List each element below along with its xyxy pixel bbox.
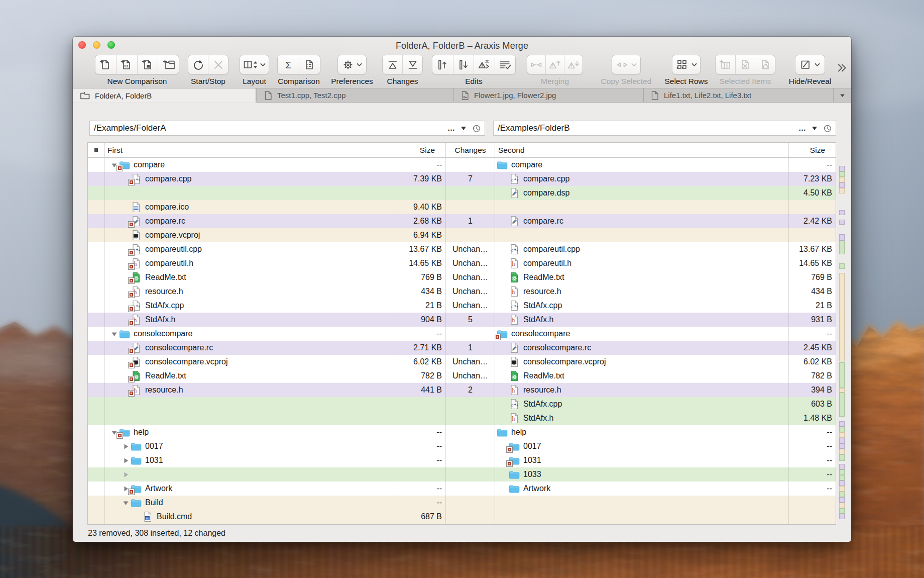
change-map-removed-block[interactable] [839, 273, 845, 361]
change-map-inserted-block[interactable] [839, 263, 845, 269]
table-row[interactable]: hStdAfx.h1.48 KB [88, 411, 836, 425]
second-item-cell[interactable]: 0017 [495, 439, 789, 453]
change-map-inserted-block[interactable] [839, 241, 845, 254]
change-map-inserted-block[interactable] [839, 427, 845, 432]
table-row[interactable]: Build-- [88, 496, 836, 510]
select-rows-button[interactable] [672, 55, 700, 74]
change-map-removed-block[interactable] [839, 486, 845, 492]
change-map-changed-block[interactable] [839, 514, 845, 519]
first-item-cell[interactable]: ReadMe.txt [105, 270, 399, 284]
table-row[interactable]: compare.vcproj6.94 KB [88, 228, 836, 242]
table-row[interactable]: c compareutil.cpp13.67 KBUnchan… c compa… [88, 242, 836, 256]
table-row[interactable]: consolecompare.rc2.71 KB1 consolecompare… [88, 341, 836, 355]
restart-comparison-button[interactable] [188, 55, 208, 74]
second-item-cell[interactable]: c StdAfx.cpp [495, 397, 789, 411]
table-row[interactable]: compare.dsp4.50 KB [88, 186, 836, 200]
merge-conflict-up-button[interactable] [545, 55, 564, 74]
changes-column-header[interactable]: Changes [446, 143, 495, 157]
left-path-field[interactable]: /Examples/FolderA … [89, 121, 485, 136]
second-item-cell[interactable]: consolecompare [495, 327, 789, 341]
new-text-comparison-button[interactable] [95, 55, 116, 74]
comparison-report-button[interactable] [299, 55, 320, 74]
merge-arrows-button[interactable] [527, 55, 545, 74]
first-column-header[interactable]: First [105, 143, 399, 157]
change-map-inserted-block[interactable] [839, 475, 845, 480]
table-row[interactable]: compare.ico9.40 KB [88, 200, 836, 214]
second-column-header[interactable]: Second [495, 143, 789, 157]
table-row[interactable]: help-- help-- [88, 425, 836, 439]
change-map-changed-block[interactable] [839, 220, 845, 225]
remove-edit-button[interactable] [474, 55, 495, 74]
gear-button[interactable] [338, 55, 366, 74]
change-map-removed-block[interactable] [839, 188, 845, 194]
new-image-comparison-button[interactable] [137, 55, 158, 74]
table-row[interactable]: consolecompare-- consolecompare-- [88, 327, 836, 341]
second-item-cell[interactable]: 1033 [495, 467, 789, 481]
first-item-cell[interactable]: c compareutil.cpp [105, 242, 399, 256]
second-item-cell[interactable]: hresource.h [495, 284, 789, 299]
change-map-changed-block[interactable] [839, 443, 845, 449]
second-item-cell[interactable]: consolecompare.rc [495, 341, 789, 355]
second-item-cell[interactable]: hresource.h [495, 383, 789, 397]
change-map-changed-block[interactable] [839, 421, 845, 427]
history-icon[interactable] [472, 124, 481, 133]
second-item-cell[interactable]: consolecompare.vcproj [495, 355, 789, 369]
right-path-field[interactable]: /Examples/FolderB … [493, 121, 836, 136]
first-item-cell[interactable]: 1031 [105, 453, 399, 467]
disclosure-closed-icon[interactable] [123, 443, 131, 450]
change-map-changed-block[interactable] [839, 497, 845, 503]
change-map-removed-block[interactable] [839, 388, 845, 393]
layout-panes-button[interactable] [240, 55, 269, 74]
comparison-summary-button[interactable]: Σ [278, 55, 299, 74]
second-item-cell[interactable]: c compare.cpp [495, 172, 789, 186]
change-map-inserted-block[interactable] [839, 362, 845, 388]
second-item-cell[interactable]: help [495, 425, 789, 439]
change-map-changed-block[interactable] [839, 210, 845, 215]
insert-item-button[interactable] [716, 55, 735, 74]
first-item-cell[interactable]: Artwork [105, 481, 399, 496]
change-map-changed-block[interactable] [839, 234, 845, 241]
hide-reveal-button[interactable] [795, 55, 825, 74]
first-item-cell[interactable]: compare.rc [105, 214, 399, 228]
browse-left-button[interactable]: … [447, 126, 455, 131]
recompare-item-button[interactable] [755, 55, 775, 74]
second-item-cell[interactable]: c compareutil.cpp [495, 242, 789, 256]
change-map-changed-block[interactable] [839, 182, 845, 188]
disclosure-closed-icon[interactable] [123, 471, 131, 478]
second-item-cell[interactable]: hStdAfx.h [495, 411, 789, 425]
right-path-dropdown[interactable] [812, 127, 817, 130]
table-row[interactable]: hresource.h441 B2 hresource.h394 B [88, 383, 836, 397]
change-map-inserted-block[interactable] [839, 171, 845, 177]
first-item-cell[interactable]: Build [105, 496, 399, 510]
insert-block-up-button[interactable] [432, 55, 453, 74]
insert-block-down-button[interactable] [453, 55, 474, 74]
first-item-cell[interactable]: consolecompare.rc [105, 341, 399, 355]
second-item-cell[interactable]: compare.rc [495, 214, 789, 228]
table-row[interactable]: Build.cmd687 B [88, 510, 836, 524]
second-item-cell[interactable]: compare [495, 158, 789, 172]
change-map-removed-block[interactable] [839, 177, 845, 182]
change-map-changed-block[interactable] [839, 438, 845, 443]
change-map-changed-block[interactable] [839, 166, 845, 171]
second-item-cell[interactable]: hStdAfx.h [495, 313, 789, 327]
delete-item-button[interactable] [735, 55, 755, 74]
first-item-cell[interactable]: hStdAfx.h [105, 313, 399, 327]
right-path-text[interactable]: /Examples/FolderB [494, 123, 798, 133]
first-item-cell[interactable]: ReadMe.txt [105, 369, 399, 383]
change-map-removed-block[interactable] [839, 503, 845, 508]
table-row[interactable]: 1033-- [88, 467, 836, 481]
second-item-cell[interactable]: ReadMe.txt [495, 270, 789, 284]
previous-change-button[interactable] [383, 55, 402, 74]
second-item-cell[interactable]: c StdAfx.cpp [495, 299, 789, 313]
table-row[interactable]: c StdAfx.cpp603 B [88, 397, 836, 411]
table-row[interactable]: ReadMe.txt782 BUnchan… ReadMe.txt782 B [88, 369, 836, 383]
table-row[interactable]: compare-- compare-- [88, 158, 836, 172]
table-row[interactable]: hresource.h434 BUnchan… hresource.h434 B [88, 284, 836, 299]
change-map-removed-block[interactable] [839, 449, 845, 454]
left-path-text[interactable]: /Examples/FolderA [90, 123, 447, 133]
history-icon[interactable] [823, 124, 832, 133]
change-map[interactable] [839, 37, 845, 476]
table-row[interactable]: ReadMe.txt769 BUnchan… ReadMe.txt769 B [88, 270, 836, 284]
change-map-inserted-block[interactable] [839, 508, 845, 514]
first-item-cell[interactable]: hresource.h [105, 284, 399, 299]
